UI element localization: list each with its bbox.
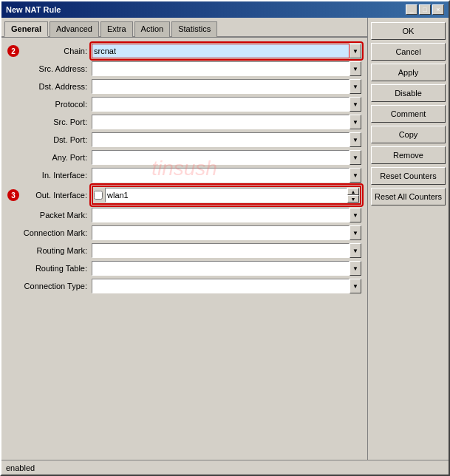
ok-button[interactable]: OK (371, 22, 446, 40)
status-text: enabled (6, 463, 35, 472)
protocol-arrow[interactable]: ▼ (350, 97, 361, 112)
routing-mark-control: ▼ (92, 243, 361, 258)
any-port-row: Any. Port: ▼ (7, 150, 361, 165)
tab-bar: General Advanced Extra Action Statistics (1, 18, 367, 38)
in-interface-label: In. Interface: (22, 171, 92, 180)
connection-mark-input[interactable] (92, 225, 350, 240)
window-content: General Advanced Extra Action Statistics… (1, 18, 449, 460)
dst-port-row: Dst. Port: ▼ (7, 132, 361, 147)
out-interface-down-arrow[interactable]: ▼ (347, 195, 359, 203)
in-interface-arrow[interactable]: ▼ (350, 168, 361, 183)
out-interface-up-arrow[interactable]: ▲ (347, 188, 359, 195)
src-address-control: ▼ (92, 61, 361, 76)
right-panel: OK Cancel Apply Disable Comment Copy Rem… (367, 18, 449, 460)
protocol-input[interactable] (92, 97, 350, 112)
connection-type-control: ▼ (92, 279, 361, 293)
reset-all-counters-button[interactable]: Reset All Counters (371, 188, 446, 205)
window: New NAT Rule _ □ × General Advanced Extr… (0, 0, 450, 476)
src-address-arrow[interactable]: ▼ (350, 61, 361, 76)
connection-mark-row: Connection Mark: ▼ (7, 225, 361, 240)
copy-button[interactable]: Copy (371, 126, 446, 143)
protocol-label: Protocol: (22, 100, 92, 109)
routing-table-input[interactable] (92, 261, 350, 276)
tab-extra[interactable]: Extra (100, 21, 133, 37)
connection-type-input[interactable] (92, 279, 350, 293)
out-interface-input[interactable] (105, 188, 347, 203)
left-panel: General Advanced Extra Action Statistics… (1, 18, 367, 460)
connection-mark-control: ▼ (92, 225, 361, 240)
routing-mark-label: Routing Mark: (22, 246, 92, 255)
chain-control: ▼ (92, 44, 361, 58)
chain-row: 2 Chain: ▼ (7, 44, 361, 58)
dst-address-arrow[interactable]: ▼ (350, 79, 361, 94)
tab-action[interactable]: Action (134, 21, 171, 37)
minimize-button[interactable]: _ (406, 4, 417, 15)
dst-address-label: Dst. Address: (22, 82, 92, 91)
dst-port-label: Dst. Port: (22, 135, 92, 144)
dst-port-input[interactable] (92, 132, 350, 147)
tab-advanced[interactable]: Advanced (50, 21, 99, 37)
routing-mark-arrow[interactable]: ▼ (350, 243, 361, 258)
connection-mark-arrow[interactable]: ▼ (350, 225, 361, 240)
form-area: tinsush 2 Chain: ▼ Src. Address: (7, 44, 361, 293)
routing-mark-input[interactable] (92, 243, 350, 258)
src-port-row: Src. Port: ▼ (7, 115, 361, 129)
chain-dropdown-arrow[interactable]: ▼ (350, 44, 361, 58)
connection-type-label: Connection Type: (22, 282, 92, 290)
cancel-button[interactable]: Cancel (371, 43, 446, 61)
dst-port-control: ▼ (92, 132, 361, 147)
main-form: tinsush 2 Chain: ▼ Src. Address: (1, 38, 367, 460)
any-port-control: ▼ (92, 150, 361, 165)
dst-address-input[interactable] (92, 79, 350, 94)
src-port-input[interactable] (92, 115, 350, 129)
connection-mark-label: Connection Mark: (22, 228, 92, 237)
tab-statistics[interactable]: Statistics (171, 21, 217, 37)
apply-button[interactable]: Apply (371, 64, 446, 81)
close-button[interactable]: × (432, 4, 444, 15)
src-address-input[interactable] (92, 61, 350, 76)
reset-counters-button[interactable]: Reset Counters (371, 167, 446, 185)
comment-button[interactable]: Comment (371, 105, 446, 123)
in-interface-row: In. Interface: ▼ (7, 168, 361, 183)
in-interface-input[interactable] (92, 168, 350, 183)
out-interface-badge: 3 (7, 189, 19, 201)
out-interface-checkbox[interactable] (94, 191, 103, 200)
packet-mark-control: ▼ (92, 208, 361, 222)
tab-general[interactable]: General (4, 21, 48, 37)
in-interface-control: ▼ (92, 168, 361, 183)
src-address-row: Src. Address: ▼ (7, 61, 361, 76)
packet-mark-input[interactable] (92, 208, 350, 222)
out-interface-label: Out. Interface: (22, 191, 92, 200)
connection-type-arrow[interactable]: ▼ (350, 279, 361, 293)
routing-table-label: Routing Table: (22, 264, 92, 273)
disable-button[interactable]: Disable (371, 84, 446, 102)
remove-button[interactable]: Remove (371, 146, 446, 164)
dst-port-arrow[interactable]: ▼ (350, 132, 361, 147)
packet-mark-arrow[interactable]: ▼ (350, 208, 361, 222)
status-bar: enabled (1, 460, 449, 475)
out-interface-control: ▲ ▼ (92, 186, 361, 205)
packet-mark-row: Packet Mark: ▼ (7, 208, 361, 222)
any-port-input[interactable] (92, 150, 350, 165)
title-bar-controls: _ □ × (406, 4, 444, 15)
chain-badge: 2 (7, 45, 19, 57)
maximize-button[interactable]: □ (419, 4, 431, 15)
dst-address-row: Dst. Address: ▼ (7, 79, 361, 94)
src-port-label: Src. Port: (22, 118, 92, 126)
chain-label: Chain: (22, 47, 92, 55)
chain-input[interactable] (92, 44, 350, 58)
out-interface-row: 3 Out. Interface: ▲ ▼ (7, 186, 361, 205)
protocol-row: Protocol: ▼ (7, 97, 361, 112)
connection-type-row: Connection Type: ▼ (7, 279, 361, 293)
routing-table-arrow[interactable]: ▼ (350, 261, 361, 276)
any-port-arrow[interactable]: ▼ (350, 150, 361, 165)
routing-table-control: ▼ (92, 261, 361, 276)
src-address-label: Src. Address: (22, 64, 92, 73)
title-bar: New NAT Rule _ □ × (1, 1, 449, 18)
src-port-control: ▼ (92, 115, 361, 129)
any-port-label: Any. Port: (22, 153, 92, 162)
protocol-control: ▼ (92, 97, 361, 112)
src-port-arrow[interactable]: ▼ (350, 115, 361, 129)
window-title: New NAT Rule (6, 5, 61, 14)
routing-mark-row: Routing Mark: ▼ (7, 243, 361, 258)
